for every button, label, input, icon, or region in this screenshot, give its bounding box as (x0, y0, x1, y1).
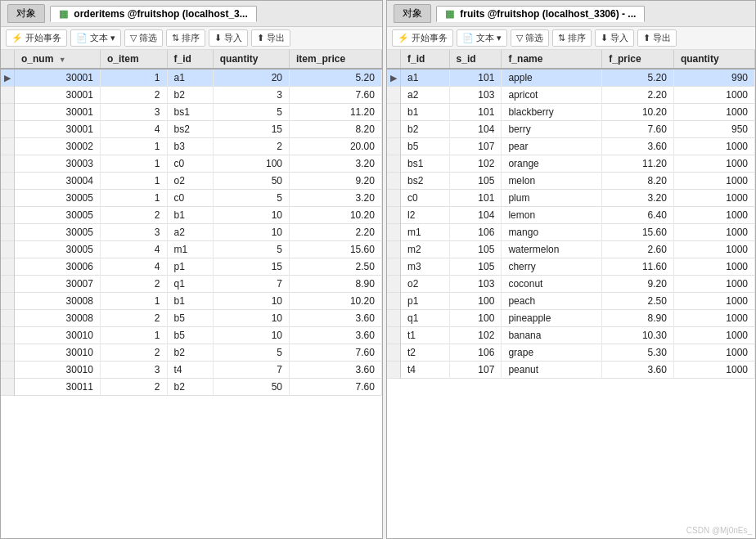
right-table-header: f_id s_id f_name f_price quantity (387, 50, 755, 69)
right-table-row[interactable]: o2103coconut9.201000 (387, 276, 755, 293)
cell-f_id: bs1 (400, 155, 449, 173)
right-table-row[interactable]: b1101blackberry10.201000 (387, 104, 755, 121)
left-table-row[interactable]: 300102b257.60 (1, 344, 381, 362)
right-table: f_id s_id f_name f_price quantity ▶a1101… (387, 50, 755, 379)
cell-quantity: 2 (213, 138, 289, 155)
left-table-row[interactable]: ▶300011a1205.20 (1, 69, 381, 87)
cell-quantity: 7 (213, 362, 289, 379)
left-table-row[interactable]: 300012b237.60 (1, 87, 381, 104)
right-col-s_id[interactable]: s_id (449, 50, 502, 69)
cell-item_price: 11.20 (290, 104, 382, 121)
row-indicator (1, 379, 15, 396)
right-import-btn[interactable]: ⬇ 导入 (595, 29, 634, 47)
cell-s_id: 106 (449, 344, 502, 362)
cell-o_num: 30008 (15, 293, 101, 310)
row-indicator (1, 327, 15, 344)
left-filter-btn[interactable]: ▽ 筛选 (124, 29, 163, 47)
right-text-btn[interactable]: 📄 文本 ▾ (457, 29, 507, 47)
row-indicator (1, 138, 15, 155)
left-table-row[interactable]: 300103t473.60 (1, 362, 381, 379)
left-table-row[interactable]: 300021b3220.00 (1, 138, 381, 155)
cell-o_num: 30003 (15, 155, 101, 173)
left-table-body: ▶300011a1205.20300012b237.60300013bs1511… (1, 69, 381, 396)
cell-quantity: 1000 (673, 241, 754, 258)
right-table-row[interactable]: m2105watermelon2.601000 (387, 241, 755, 258)
row-indicator (1, 293, 15, 310)
right-import-icon: ⬇ (601, 33, 608, 43)
cell-item_price: 20.00 (290, 138, 382, 155)
right-table-row[interactable]: p1100peach2.501000 (387, 293, 755, 310)
left-tab-active[interactable]: ▦ orderitems @fruitshop (localhost_3... (50, 6, 257, 22)
cell-f_id: bs2 (167, 121, 213, 138)
right-table-row[interactable]: l2104lemon6.401000 (387, 207, 755, 224)
right-start-transaction-btn[interactable]: ⚡ 开始事务 (392, 29, 453, 47)
right-table-row[interactable]: t1102banana10.301000 (387, 327, 755, 344)
left-col-o_item[interactable]: o_item (100, 50, 167, 69)
left-start-transaction-btn[interactable]: ⚡ 开始事务 (6, 29, 67, 47)
right-table-row[interactable]: m1106mango15.601000 (387, 224, 755, 241)
left-table-row[interactable]: 300082b5103.60 (1, 310, 381, 327)
left-col-item_price[interactable]: item_price (290, 50, 382, 69)
right-table-row[interactable]: bs1102orange11.201000 (387, 155, 755, 173)
left-text-btn[interactable]: 📄 文本 ▾ (70, 29, 121, 47)
row-indicator (387, 207, 401, 224)
left-import-btn[interactable]: ⬇ 导入 (209, 29, 248, 47)
cell-item_price: 2.20 (290, 224, 382, 241)
left-table-row[interactable]: 300052b11010.20 (1, 207, 381, 224)
left-table-row[interactable]: 300051c053.20 (1, 190, 381, 207)
left-table-row[interactable]: 300112b2507.60 (1, 379, 381, 396)
right-table-row[interactable]: bs2105melon8.201000 (387, 173, 755, 190)
left-tab-objects[interactable]: 对象 (7, 4, 45, 23)
right-col-f_price[interactable]: f_price (602, 50, 674, 69)
left-table-row[interactable]: 300054m1515.60 (1, 241, 381, 258)
right-tab-active[interactable]: ▦ fruits @fruitshop (localhost_3306) - .… (436, 6, 645, 22)
left-table-row[interactable]: 300081b11010.20 (1, 293, 381, 310)
left-col-quantity[interactable]: quantity (213, 50, 289, 69)
left-col-f_id[interactable]: f_id (167, 50, 213, 69)
right-col-f_id[interactable]: f_id (400, 50, 449, 69)
right-filter-btn[interactable]: ▽ 筛选 (511, 29, 549, 47)
cell-f_price: 8.90 (602, 310, 674, 327)
left-table-row[interactable]: 300072q178.90 (1, 276, 381, 293)
right-tab-objects[interactable]: 对象 (394, 4, 431, 23)
left-table-row[interactable]: 300064p1152.50 (1, 258, 381, 276)
left-table-row[interactable]: 300053a2102.20 (1, 224, 381, 241)
right-table-row[interactable]: a2103apricot2.201000 (387, 87, 755, 104)
cell-item_price: 3.60 (290, 362, 382, 379)
right-table-row[interactable]: b2104berry7.60950 (387, 121, 755, 138)
right-table-row[interactable]: c0101plum3.201000 (387, 190, 755, 207)
cell-quantity: 10 (213, 293, 289, 310)
cell-quantity: 1000 (673, 362, 754, 379)
cell-f_id: m2 (400, 241, 449, 258)
cell-f_name: lemon (502, 207, 602, 224)
left-export-btn[interactable]: ⬆ 导出 (251, 29, 290, 47)
cell-s_id: 105 (449, 241, 502, 258)
left-table-row[interactable]: 300031c01003.20 (1, 155, 381, 173)
left-col-o_num[interactable]: o_num ▼ (15, 50, 101, 69)
row-indicator (387, 104, 401, 121)
left-sort-btn[interactable]: ⇅ 排序 (166, 29, 205, 47)
right-table-row[interactable]: t4107peanut3.601000 (387, 362, 755, 379)
right-table-row[interactable]: t2106grape5.301000 (387, 344, 755, 362)
right-table-row[interactable]: m3105cherry11.601000 (387, 258, 755, 276)
left-table-row[interactable]: 300013bs1511.20 (1, 104, 381, 121)
right-col-f_name[interactable]: f_name (502, 50, 602, 69)
right-table-row[interactable]: q1100pineapple8.901000 (387, 310, 755, 327)
cell-f_id: b5 (167, 310, 213, 327)
right-sort-btn[interactable]: ⇅ 排序 (552, 29, 592, 47)
right-table-row[interactable]: ▶a1101apple5.20990 (387, 69, 755, 87)
right-table-row[interactable]: b5107pear3.601000 (387, 138, 755, 155)
cell-f_price: 3.20 (602, 190, 674, 207)
right-col-quantity[interactable]: quantity (673, 50, 754, 69)
cell-o_item: 3 (100, 362, 167, 379)
cell-item_price: 10.20 (290, 207, 382, 224)
cell-quantity: 10 (213, 310, 289, 327)
left-table-row[interactable]: 300101b5103.60 (1, 327, 381, 344)
cell-f_id: m1 (400, 224, 449, 241)
left-row-indicator-header (1, 50, 15, 69)
right-export-btn[interactable]: ⬆ 导出 (637, 29, 677, 47)
cell-s_id: 104 (449, 121, 502, 138)
cell-quantity: 1000 (673, 327, 754, 344)
left-table-row[interactable]: 300041o2509.20 (1, 173, 381, 190)
left-table-row[interactable]: 300014bs2158.20 (1, 121, 381, 138)
